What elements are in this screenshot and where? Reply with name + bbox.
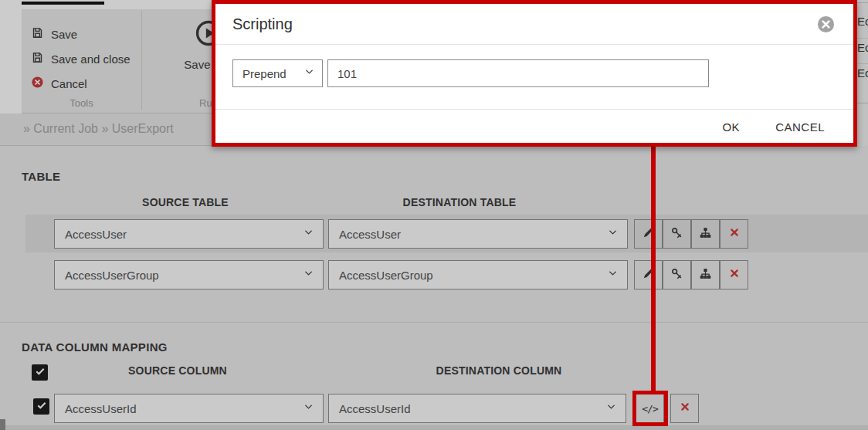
annotation-connector-line [651, 144, 656, 394]
scripting-modal: Scripting Prepend OK CANCEL [212, 0, 857, 147]
chevron-down-icon [303, 66, 315, 81]
cancel-button[interactable]: CANCEL [775, 120, 825, 134]
script-type-select[interactable]: Prepend [232, 59, 323, 87]
ok-button[interactable]: OK [722, 120, 740, 134]
modal-header: Scripting [215, 4, 853, 45]
close-icon[interactable] [817, 15, 835, 33]
script-type-value: Prepend [233, 67, 287, 80]
annotation-highlight-box [632, 391, 668, 426]
modal-footer: OK CANCEL [215, 109, 853, 144]
modal-title: Scripting [232, 4, 293, 44]
script-value-input[interactable] [327, 59, 709, 87]
app-window: Save Save and close Cancel Tools Save an… [0, 0, 868, 430]
